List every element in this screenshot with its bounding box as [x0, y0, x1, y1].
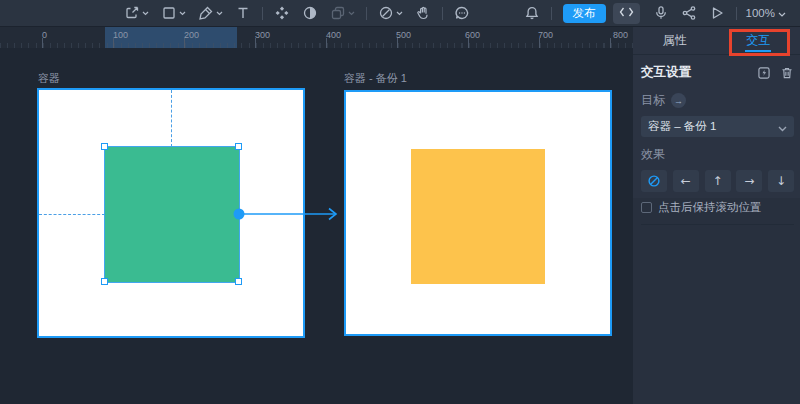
- keep-scroll-checkbox-row[interactable]: 点击后保持滚动位置: [641, 200, 794, 215]
- ruler-label: 500: [396, 30, 411, 40]
- group-icon: [330, 5, 346, 21]
- effect-slide-right-button[interactable]: →: [736, 170, 762, 192]
- keep-scroll-checkbox-label: 点击后保持滚动位置: [658, 200, 762, 215]
- panel-lower-background: [633, 198, 800, 404]
- horizontal-ruler: 0 100 200 300 400 500 600 700 800: [0, 27, 633, 48]
- top-toolbar: 发布 100%: [0, 0, 800, 27]
- effect-slide-left-button[interactable]: ←: [673, 170, 699, 192]
- selection-handle-bottom-right[interactable]: [235, 278, 242, 285]
- checkbox-icon[interactable]: [641, 202, 652, 213]
- share-button[interactable]: [675, 0, 703, 27]
- effect-slide-down-button[interactable]: ↓: [768, 170, 794, 192]
- rectangle-icon: [161, 5, 177, 21]
- notifications-button[interactable]: [518, 0, 546, 27]
- chevron-down-icon: [396, 11, 403, 16]
- comment-icon: [454, 5, 470, 21]
- component-tool-button[interactable]: [268, 0, 296, 27]
- toolbar-divider: [366, 7, 367, 20]
- interaction-settings-title: 交互设置: [641, 64, 757, 81]
- artboard-container-copy[interactable]: [344, 90, 612, 336]
- shape-tool-button[interactable]: [155, 0, 192, 27]
- target-dropdown-value: 容器 – 备份 1: [648, 119, 778, 134]
- microphone-icon: [653, 5, 669, 21]
- hand-icon: [415, 5, 431, 21]
- toolbar-divider: [262, 7, 263, 20]
- effect-none-button[interactable]: [641, 170, 667, 192]
- pen-tool-button[interactable]: [192, 0, 229, 27]
- artboard-title[interactable]: 容器: [38, 71, 60, 86]
- ruler-label: 700: [538, 30, 553, 40]
- effect-label: 效果: [641, 146, 794, 163]
- toolbar-divider: [736, 7, 737, 20]
- chevron-down-icon: [142, 11, 149, 16]
- toolbar-divider: [442, 7, 443, 20]
- delete-interaction-icon[interactable]: [780, 66, 794, 80]
- panel-tab-bar: 属性 交互: [633, 27, 800, 55]
- bell-icon: [524, 5, 540, 21]
- quick-interaction-icon[interactable]: [757, 66, 771, 80]
- interaction-connector-arrow[interactable]: [232, 204, 344, 224]
- voice-button[interactable]: [647, 0, 675, 27]
- code-icon: [619, 4, 634, 22]
- chevron-down-icon: [216, 11, 223, 16]
- export-tool-button[interactable]: [118, 0, 155, 27]
- ruler-label: 100: [113, 30, 128, 40]
- zoom-control[interactable]: 100%: [742, 7, 786, 19]
- app-window: 发布 100% 0 100 200 300 400 500 600 700 80…: [0, 0, 800, 404]
- text-icon: [235, 5, 251, 21]
- selection-handle-top-right[interactable]: [235, 143, 242, 150]
- chevron-down-icon: [348, 11, 355, 16]
- effect-slide-up-button[interactable]: ↑: [705, 170, 731, 192]
- publish-button[interactable]: 发布: [563, 4, 606, 23]
- export-icon: [124, 5, 140, 21]
- ruler-label: 300: [255, 30, 270, 40]
- contrast-icon: [302, 5, 318, 21]
- pen-icon: [198, 5, 214, 21]
- boolean-tool-button[interactable]: [372, 0, 409, 27]
- chevron-down-icon: [778, 7, 786, 19]
- target-arrow-icon: →: [671, 93, 686, 108]
- preview-button[interactable]: [703, 0, 731, 27]
- interaction-settings-header: 交互设置: [641, 64, 794, 81]
- target-row: 目标 →: [641, 92, 794, 109]
- chevron-down-icon: [179, 11, 186, 16]
- panel-divider: [641, 224, 794, 225]
- effect-buttons-row: ← ↑ → ↓: [641, 170, 794, 192]
- prohibit-icon: [378, 5, 394, 21]
- inspector-panel: 属性 交互 交互设置 目标 → 容器 – 备份 1 效果 ←: [633, 27, 800, 404]
- mask-tool-button[interactable]: [296, 0, 324, 27]
- component-icon: [274, 5, 290, 21]
- share-icon: [681, 5, 697, 21]
- zoom-level: 100%: [746, 7, 775, 19]
- ruler-label: 0: [42, 30, 47, 40]
- target-label: 目标: [641, 92, 665, 109]
- ruler-label: 800: [613, 30, 628, 40]
- orange-square-shape[interactable]: [411, 149, 545, 284]
- guide-line-vertical: [171, 90, 172, 147]
- chevron-down-icon: [778, 118, 787, 136]
- ruler-label: 200: [184, 30, 199, 40]
- artboard-title[interactable]: 容器 - 备份 1: [344, 71, 407, 86]
- text-tool-button[interactable]: [229, 0, 257, 27]
- panel-body: 交互设置 目标 → 容器 – 备份 1 效果 ← ↑ → ↓: [633, 64, 800, 225]
- guide-line-horizontal: [39, 214, 105, 215]
- green-square-shape[interactable]: [105, 147, 239, 282]
- group-tool-button[interactable]: [324, 0, 361, 27]
- target-dropdown[interactable]: 容器 – 备份 1: [641, 116, 794, 137]
- hand-tool-button[interactable]: [409, 0, 437, 27]
- code-mode-button[interactable]: [613, 3, 640, 24]
- design-canvas[interactable]: 容器 容器 - 备份 1: [0, 48, 633, 404]
- tab-properties[interactable]: 属性: [633, 27, 717, 54]
- tab-interaction[interactable]: 交互: [717, 27, 800, 54]
- selection-handle-top-left[interactable]: [101, 143, 108, 150]
- ruler-label: 400: [326, 30, 341, 40]
- toolbar-divider: [551, 7, 552, 20]
- play-icon: [709, 5, 725, 21]
- comment-tool-button[interactable]: [448, 0, 476, 27]
- selection-handle-bottom-left[interactable]: [101, 278, 108, 285]
- ruler-label: 600: [465, 30, 480, 40]
